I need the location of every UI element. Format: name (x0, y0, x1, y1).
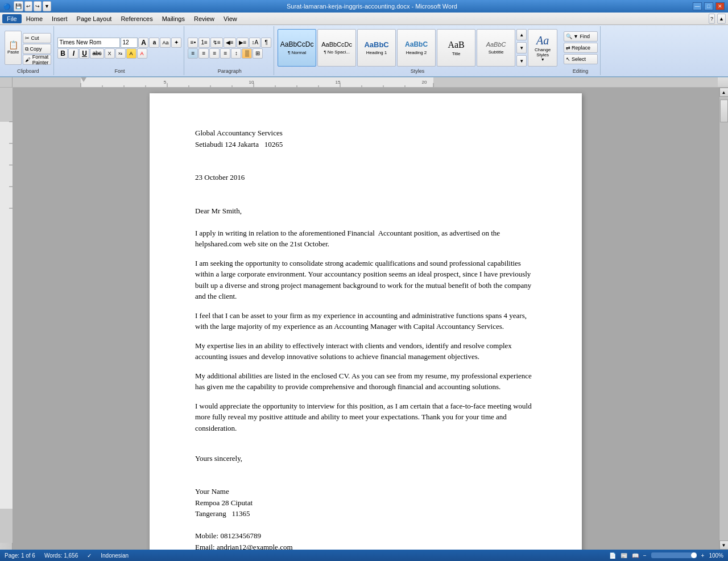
paste-button[interactable]: 📋 Paste (5, 31, 22, 65)
sender-address-2: Tangerang 11365 (195, 508, 536, 519)
menu-file[interactable]: File (2, 14, 22, 23)
language-info[interactable]: Indonesian (101, 552, 129, 559)
view-layout-button[interactable]: 📰 (621, 552, 627, 559)
menu-references[interactable]: References (116, 14, 157, 23)
style-heading2[interactable]: AaBbC Heading 2 (397, 29, 436, 67)
cut-button[interactable]: ✂Cut (23, 33, 51, 43)
sender-name: Your Name (195, 486, 536, 497)
para-2: I am seeking the opportunity to consolid… (195, 258, 536, 302)
font-shrink-button[interactable]: a (149, 38, 159, 48)
format-painter-icon: 🖌 (25, 57, 30, 63)
font-color-button[interactable]: A (137, 48, 147, 59)
line-spacing-button[interactable]: ↕ (231, 48, 241, 59)
ribbon: 📋 Paste ✂Cut ⧉Copy 🖌Format Painter Clipb… (0, 25, 728, 77)
font-name-input[interactable] (57, 38, 120, 48)
select-button[interactable]: ↖ Select (564, 54, 598, 64)
justify-button[interactable]: ≡ (220, 48, 230, 59)
address-line-2: Setiabudi 124 Jakarta 10265 (195, 139, 536, 150)
scroll-thumb[interactable] (720, 100, 728, 122)
zoom-slider[interactable] (651, 552, 697, 558)
style-normal[interactable]: AaBbCcDc ¶ Normal (278, 29, 316, 67)
view-reading-button[interactable]: 📖 (632, 552, 639, 559)
styles-scroll-down[interactable]: ▼ (516, 42, 527, 53)
font-row-2: B I U abc X x₂ A A (57, 48, 181, 59)
menu-view[interactable]: View (219, 14, 242, 23)
spell-check-icon: ✓ (87, 552, 92, 559)
para-3: I feel that I can be asset to your firm … (195, 310, 536, 332)
address-line-1: Global Accountancy Services (195, 127, 536, 139)
menu-insert[interactable]: Insert (47, 14, 72, 23)
horizontal-ruler: 5 10 15 20 (13, 77, 728, 87)
font-row-1: A a Aa ✦ (57, 38, 181, 48)
style-normal-preview: AaBbCcDc (280, 40, 314, 48)
change-styles-dropdown: ▼ (541, 57, 545, 61)
copy-button[interactable]: ⧉Copy (23, 44, 51, 54)
ruler-corner[interactable] (0, 77, 13, 87)
font-size-input[interactable] (121, 38, 138, 48)
customize-quick-access[interactable]: ▼ (43, 1, 51, 11)
underline-button[interactable]: U (79, 48, 89, 59)
style-heading1-preview: AaBbC (364, 40, 388, 50)
show-formatting-button[interactable]: ¶ (261, 38, 271, 48)
minimize-ribbon-button[interactable]: ▲ (717, 14, 726, 24)
style-title[interactable]: AaB Title (437, 29, 475, 67)
align-left-button[interactable]: ≡ (188, 48, 198, 59)
find-button[interactable]: 🔍 ▼ Find (564, 31, 598, 42)
align-right-button[interactable]: ≡ (209, 48, 220, 59)
document-scroll-area[interactable]: Global Accountancy Services Setiabudi 12… (13, 88, 719, 550)
minimize-button[interactable]: — (693, 2, 702, 10)
zoom-out-button[interactable]: − (643, 552, 647, 559)
format-painter-button[interactable]: 🖌Format Painter (23, 55, 51, 65)
shading-button[interactable]: ▒ (242, 48, 252, 59)
svg-rect-2 (81, 77, 433, 87)
multilevel-list-button[interactable]: ↯≡ (210, 38, 223, 48)
svg-rect-1 (433, 77, 718, 87)
styles-scroll-up[interactable]: ▲ (516, 29, 527, 40)
style-no-spacing-preview: AaBbCcDc (321, 41, 352, 48)
increase-indent-button[interactable]: ▶≡ (237, 38, 249, 48)
scroll-track[interactable] (719, 97, 729, 541)
view-normal-button[interactable]: 📄 (609, 552, 616, 559)
italic-button[interactable]: I (68, 48, 78, 59)
replace-button[interactable]: ⇄ Replace (564, 43, 598, 53)
styles-expand[interactable]: ▼ (516, 55, 527, 67)
zoom-in-button[interactable]: + (701, 552, 705, 559)
menu-home[interactable]: Home (22, 14, 47, 23)
sort-button[interactable]: ↕A (249, 38, 260, 48)
menu-mailings[interactable]: Mailings (158, 14, 189, 23)
highlight-button[interactable]: A (126, 48, 136, 59)
help-button[interactable]: ? (709, 14, 715, 24)
strikethrough2-button[interactable]: X (105, 48, 115, 59)
align-center-button[interactable]: ≡ (198, 48, 209, 59)
styles-group: AaBbCcDc ¶ Normal AaBbCcDc ¶ No Spaci...… (275, 26, 560, 75)
subscript-button[interactable]: x₂ (115, 48, 126, 59)
vertical-ruler-svg (0, 88, 13, 543)
close-button[interactable]: ✕ (715, 2, 725, 10)
save-button[interactable]: 💾 (14, 1, 23, 11)
borders-button[interactable]: ⊞ (253, 48, 263, 59)
decrease-indent-button[interactable]: ◀≡ (224, 38, 236, 48)
scroll-down-button[interactable]: ▼ (719, 541, 729, 550)
bullets-button[interactable]: ≡• (188, 38, 198, 48)
change-styles-button[interactable]: Aa ChangeStyles ▼ (528, 29, 557, 67)
maximize-button[interactable]: □ (704, 2, 713, 10)
font-grow-button[interactable]: A (138, 38, 148, 48)
undo-button[interactable]: ↩ (24, 1, 32, 11)
para-5: My additional abilities are listed in th… (195, 370, 536, 393)
redo-button[interactable]: ↪ (34, 1, 42, 11)
style-heading1[interactable]: AaBbC Heading 1 (357, 29, 396, 67)
style-title-preview: AaB (448, 39, 464, 50)
status-right: 📄 📰 📖 − + 100% (609, 552, 723, 559)
clear-formatting-button[interactable]: ✦ (171, 38, 181, 48)
change-case-button[interactable]: Aa (160, 38, 171, 48)
menu-review[interactable]: Review (189, 14, 219, 23)
menu-page-layout[interactable]: Page Layout (72, 14, 117, 23)
bold-button[interactable]: B (57, 48, 68, 59)
style-no-spacing[interactable]: AaBbCcDc ¶ No Spaci... (317, 29, 356, 67)
strikethrough-button[interactable]: abc (90, 48, 104, 59)
style-subtitle[interactable]: AaBbC Subtitle (477, 29, 515, 67)
menu-bar: File Home Insert Page Layout References … (0, 13, 728, 25)
numbering-button[interactable]: 1≡ (198, 38, 209, 48)
scroll-up-button[interactable]: ▲ (719, 88, 729, 97)
style-normal-label: ¶ Normal (288, 50, 306, 55)
